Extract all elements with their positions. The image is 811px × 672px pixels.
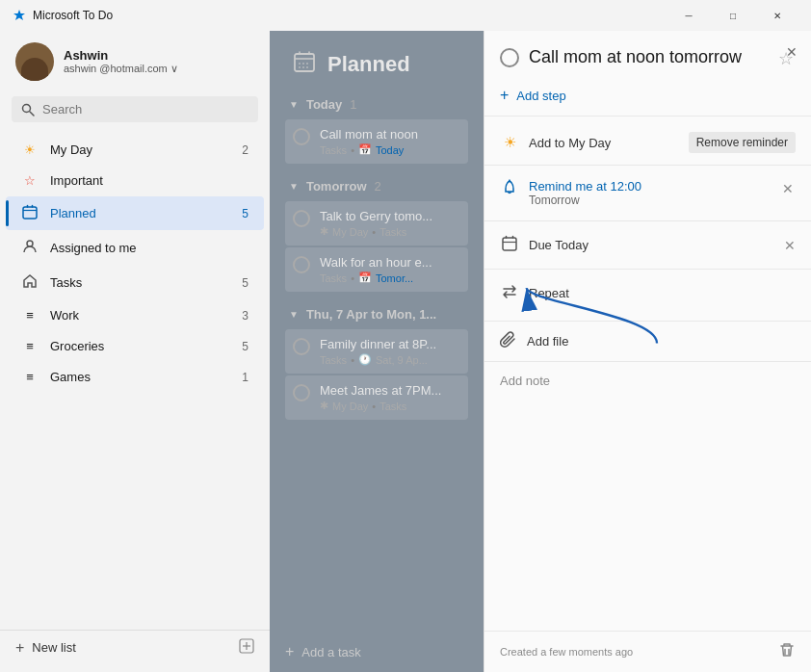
task-circle[interactable] xyxy=(293,210,310,227)
task-title: Meet James at 7PM... xyxy=(320,383,460,398)
add-step-button[interactable]: + Add step xyxy=(484,79,811,116)
my-day-tag: ✱ xyxy=(320,225,328,238)
app-body: Ashwin ashwin @hotmail.com ∨ ☀ My Day 2 … xyxy=(0,31,811,672)
avatar xyxy=(15,42,54,81)
task-content: Call mom at noon Tasks • 📅 Today xyxy=(320,127,460,156)
maximize-button[interactable]: □ xyxy=(711,0,755,31)
add-to-my-day-button[interactable]: ☀ Add to My Day Remove reminder xyxy=(484,124,811,161)
plus-icon: + xyxy=(285,643,294,660)
new-list-button[interactable]: + New list xyxy=(0,630,270,664)
sidebar-item-label: Important xyxy=(50,173,237,188)
sidebar-item-games[interactable]: ≡ Games 1 xyxy=(6,362,264,392)
titlebar: Microsoft To Do ─ □ ✕ xyxy=(0,0,811,31)
sidebar-item-tasks[interactable]: Tasks 5 xyxy=(6,266,264,299)
list-icon: ≡ xyxy=(21,339,39,353)
app-title: Microsoft To Do xyxy=(33,9,113,22)
sidebar-item-work[interactable]: ≡ Work 3 xyxy=(6,300,264,330)
task-title: Talk to Gerry tomo... xyxy=(320,209,460,223)
add-file-label: Add file xyxy=(527,334,568,349)
task-circle[interactable] xyxy=(293,338,310,355)
bell-icon xyxy=(500,179,519,199)
list-icon: ≡ xyxy=(21,370,39,384)
profile-section[interactable]: Ashwin ashwin @hotmail.com ∨ xyxy=(0,31,270,89)
section-count: 1 xyxy=(350,97,356,112)
due-close-button[interactable]: ✕ xyxy=(784,238,796,253)
list-icon: ≡ xyxy=(21,308,39,323)
note-area[interactable]: Add note xyxy=(484,361,811,631)
task-tag: 🕐 xyxy=(358,353,372,366)
add-task-button[interactable]: + Add a task xyxy=(270,632,484,672)
remove-reminder-button[interactable]: Remove reminder xyxy=(689,132,796,153)
app-logo: Microsoft To Do xyxy=(12,8,667,23)
plus-icon: + xyxy=(500,87,509,104)
section-later[interactable]: ▼ Thu, 7 Apr to Mon, 1... xyxy=(285,299,468,329)
svg-point-0 xyxy=(23,104,31,112)
home-icon xyxy=(21,273,39,292)
sidebar-item-label: My Day xyxy=(50,142,230,157)
divider xyxy=(484,165,811,166)
section-tomorrow[interactable]: ▼ Tomorrow 2 xyxy=(285,171,468,201)
svg-rect-2 xyxy=(23,207,37,219)
task-item[interactable]: Walk for an hour e... Tasks • 📅 Tomor... xyxy=(285,247,468,292)
panel-close-button[interactable]: ✕ xyxy=(782,40,801,64)
reminder-row[interactable]: Remind me at 12:00 Tomorrow ✕ xyxy=(484,169,811,217)
task-circle[interactable] xyxy=(293,128,310,145)
sidebar-item-label: Assigned to me xyxy=(50,241,249,255)
task-circle[interactable] xyxy=(293,256,310,273)
task-list: ▼ Today 1 Call mom at noon Tasks • 📅 Tod… xyxy=(270,90,484,632)
task-detail-title: Call mom at noon tomorrow xyxy=(529,46,742,68)
sidebar-item-label: Planned xyxy=(50,206,230,220)
task-item[interactable]: Meet James at 7PM... ✱ My Day • Tasks xyxy=(285,375,468,420)
repeat-button[interactable]: Repeat xyxy=(484,273,811,313)
avatar-silhouette xyxy=(21,58,48,81)
task-item[interactable]: Call mom at noon Tasks • 📅 Today xyxy=(285,119,468,164)
planned-icon xyxy=(293,50,316,78)
new-list-icon xyxy=(239,638,254,657)
reminder-title: Remind me at 12:00 xyxy=(529,179,771,194)
my-day-tag: ✱ xyxy=(320,400,328,412)
reminder-close-button[interactable]: ✕ xyxy=(780,179,796,198)
sun-icon: ☀ xyxy=(500,134,519,151)
repeat-icon xyxy=(500,283,519,303)
note-placeholder: Add note xyxy=(500,374,550,388)
section-today[interactable]: ▼ Today 1 xyxy=(285,90,468,119)
chevron-icon: ▼ xyxy=(289,181,299,192)
right-panel-header: Call mom at noon tomorrow ☆ xyxy=(484,31,811,79)
sidebar-item-important[interactable]: ☆ Important xyxy=(6,166,264,195)
nav-count: 1 xyxy=(242,371,249,384)
sidebar-item-my-day[interactable]: ☀ My Day 2 xyxy=(6,135,264,165)
sidebar-nav: ☀ My Day 2 ☆ Important Planned 5 xyxy=(0,130,270,630)
search-input[interactable] xyxy=(42,102,249,116)
profile-name: Ashwin xyxy=(64,48,254,63)
delete-button[interactable] xyxy=(778,641,796,662)
close-button[interactable]: ✕ xyxy=(755,0,799,31)
profile-info: Ashwin ashwin @hotmail.com ∨ xyxy=(64,48,254,75)
repeat-label: Repeat xyxy=(529,286,569,300)
search-box[interactable] xyxy=(12,96,258,122)
chevron-icon: ▼ xyxy=(289,99,299,110)
minimize-button[interactable]: ─ xyxy=(667,0,711,31)
sidebar-item-label: Groceries xyxy=(50,339,230,353)
task-meta: Tasks • 📅 Today xyxy=(320,143,460,156)
due-date-row[interactable]: Due Today ✕ xyxy=(484,225,811,265)
search-icon xyxy=(21,103,35,116)
task-content: Meet James at 7PM... ✱ My Day • Tasks xyxy=(320,383,460,412)
task-item[interactable]: Family dinner at 8P... Tasks • 🕐 Sat, 9 … xyxy=(285,329,468,374)
sidebar-item-planned[interactable]: Planned 5 xyxy=(6,196,264,230)
window-controls: ─ □ ✕ xyxy=(667,0,799,31)
section-label: Tomorrow xyxy=(306,179,367,194)
divider xyxy=(484,220,811,221)
task-circle[interactable] xyxy=(293,384,310,401)
task-meta: ✱ My Day • Tasks xyxy=(320,400,460,412)
sidebar-item-groceries[interactable]: ≡ Groceries 5 xyxy=(6,331,264,361)
task-content: Family dinner at 8P... Tasks • 🕐 Sat, 9 … xyxy=(320,337,460,366)
sidebar-item-assigned-to-me[interactable]: Assigned to me xyxy=(6,231,264,265)
add-file-button[interactable]: Add file xyxy=(484,321,811,361)
sun-icon: ☀ xyxy=(21,142,39,157)
sidebar-item-label: Tasks xyxy=(50,275,230,290)
due-label: Due Today xyxy=(529,238,774,252)
svg-line-1 xyxy=(30,112,34,116)
task-item[interactable]: Talk to Gerry tomo... ✱ My Day • Tasks xyxy=(285,201,468,246)
sidebar-item-label: Games xyxy=(50,370,230,384)
task-complete-circle[interactable] xyxy=(500,48,519,67)
